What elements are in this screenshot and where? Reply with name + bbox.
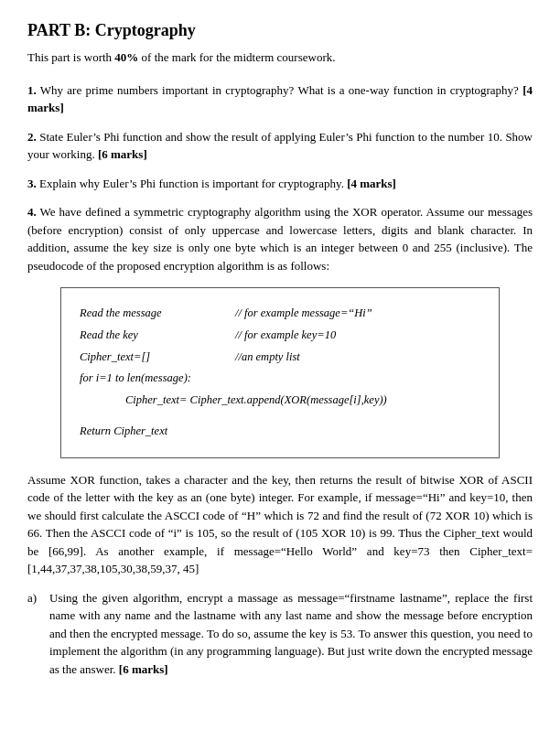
question-1: 1. Why are prime numbers important in cr… bbox=[27, 81, 533, 117]
pseudo-code-2: Read the key bbox=[80, 325, 226, 347]
q1-number: 1. bbox=[27, 83, 37, 97]
pseudo-comment-1: // for example message=“Hi” bbox=[235, 303, 372, 325]
pseudo-code-1: Read the message bbox=[80, 303, 226, 325]
q3-marks: [4 marks] bbox=[347, 177, 396, 190]
intro-bold: 40% bbox=[114, 50, 138, 64]
pseudo-comment-3: //an empty list bbox=[235, 347, 300, 369]
q3-text: Explain why Euler’s Phi function is impo… bbox=[37, 177, 347, 190]
subquestion-list: a) Using the given algorithm, encrypt a … bbox=[27, 589, 533, 679]
pseudocode-box: Read the message // for example message=… bbox=[60, 287, 500, 458]
question-4: 4. We have defined a symmetric cryptogra… bbox=[27, 203, 533, 274]
page-title: PART B: Cryptography bbox=[27, 18, 533, 43]
q4-text: We have defined a symmetric cryptography… bbox=[27, 205, 533, 273]
pseudo-code-4: for i=1 to len(message): bbox=[80, 368, 226, 390]
pseudo-line-4: for i=1 to len(message): bbox=[80, 368, 480, 390]
question-3: 3. Explain why Euler’s Phi function is i… bbox=[27, 175, 533, 193]
xor-explanation: Assume XOR function, takes a character a… bbox=[27, 471, 533, 578]
subq-marks-a: [6 marks] bbox=[119, 662, 168, 676]
pseudo-line-blank bbox=[80, 412, 480, 421]
subq-label-a: a) bbox=[27, 589, 42, 679]
intro-prefix: This part is worth bbox=[27, 50, 114, 64]
pseudo-code-6: Return Cipher_text bbox=[80, 421, 226, 443]
question-2: 2. State Euler’s Phi function and show t… bbox=[27, 128, 533, 164]
pseudo-line-3: Cipher_text=[] //an empty list bbox=[80, 347, 480, 369]
q3-number: 3. bbox=[27, 177, 37, 190]
pseudo-comment-2: // for example key=10 bbox=[235, 325, 336, 347]
q4-number: 4. bbox=[27, 205, 37, 219]
pseudo-code-5: Cipher_text= Cipher_text.append(XOR(mess… bbox=[125, 390, 387, 412]
pseudo-line-5: Cipher_text= Cipher_text.append(XOR(mess… bbox=[80, 390, 480, 412]
subquestion-a: a) Using the given algorithm, encrypt a … bbox=[27, 589, 533, 679]
q2-number: 2. bbox=[27, 130, 37, 144]
pseudo-line-6: Return Cipher_text bbox=[80, 421, 480, 443]
pseudo-line-2: Read the key // for example key=10 bbox=[80, 325, 480, 347]
subq-text-a: Using the given algorithm, encrypt a mas… bbox=[49, 589, 533, 679]
intro-text: This part is worth 40% of the mark for t… bbox=[27, 48, 533, 67]
pseudo-line-1: Read the message // for example message=… bbox=[80, 303, 480, 325]
q1-text: Why are prime numbers important in crypt… bbox=[37, 83, 522, 97]
q2-marks: [6 marks] bbox=[98, 147, 147, 161]
intro-suffix: of the mark for the midterm coursework. bbox=[138, 50, 335, 64]
pseudo-code-3: Cipher_text=[] bbox=[80, 347, 226, 369]
